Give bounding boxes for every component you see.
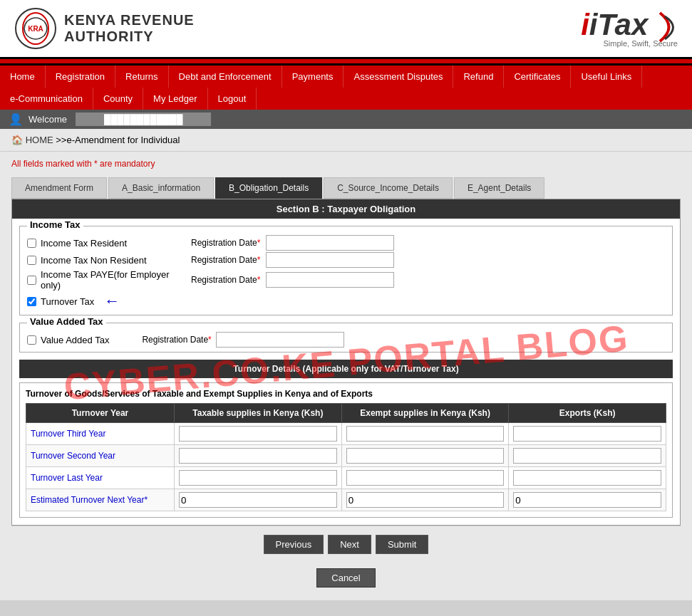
exports-last	[509, 467, 666, 489]
kra-logo-icon: KRA	[14, 7, 57, 50]
nav-payments[interactable]: Payments	[282, 66, 344, 88]
taxable-next	[174, 489, 341, 511]
reg-date-input-3[interactable]	[266, 272, 394, 288]
nav-logout[interactable]: Logout	[208, 88, 257, 110]
tab-agent-details[interactable]: E_Agent_Details	[454, 177, 544, 199]
taxable-last-input[interactable]	[179, 470, 337, 486]
exports-next	[509, 489, 666, 511]
nav-county[interactable]: County	[93, 88, 143, 110]
turnover-tax-checkbox[interactable]	[27, 297, 36, 306]
income-tax-paye-checkbox[interactable]	[27, 276, 36, 285]
exempt-last-input[interactable]	[346, 470, 504, 486]
nav-home[interactable]: Home	[0, 66, 46, 88]
breadcrumb: 🏠 HOME >>e-Amendment for Individual	[0, 129, 692, 152]
main-content: All fields marked with * are mandatory A…	[0, 152, 692, 600]
income-tax-nonresident-date: Registration Date*	[191, 252, 665, 268]
exempt-third	[341, 423, 508, 445]
exempt-third-input[interactable]	[346, 426, 504, 442]
year-second: Turnover Second Year	[26, 445, 175, 467]
nav-row-2: e-Communication County My Ledger Logout	[0, 88, 692, 110]
exempt-last	[341, 467, 508, 489]
welcome-bar: 👤 Welcome ████████████	[0, 110, 692, 129]
th-exports: Exports (Ksh)	[509, 404, 666, 423]
exports-third	[509, 423, 666, 445]
taxable-second-input[interactable]	[179, 448, 337, 464]
next-button[interactable]: Next	[328, 535, 371, 554]
tab-basic-info[interactable]: A_Basic_information	[108, 177, 214, 199]
tab-source-income[interactable]: C_Source_Income_Details	[324, 177, 453, 199]
reg-date-input-1[interactable]	[266, 235, 394, 251]
exports-second-input[interactable]	[513, 448, 661, 464]
itax-i: i	[581, 8, 589, 41]
income-tax-resident-checkbox[interactable]	[27, 239, 36, 248]
turnover-tax-date-empty	[191, 292, 665, 310]
taxable-third-input[interactable]	[179, 426, 337, 442]
turnover-supplies-title: Turnover of Goods/Services of Taxable an…	[26, 389, 666, 399]
nav-refund[interactable]: Refund	[453, 66, 504, 88]
th-taxable-supplies: Taxable supplies in Kenya (Ksh)	[174, 404, 341, 423]
cancel-button[interactable]: Cancel	[316, 568, 375, 588]
logo-left: KRA Kenya Revenue Authority	[14, 7, 195, 50]
year-next: Estimated Turnover Next Year*	[26, 489, 175, 511]
exports-second	[509, 445, 666, 467]
turnover-tax-label: Turnover Tax	[41, 296, 94, 307]
nav-row-1: Home Registration Returns Debt and Enfor…	[0, 66, 692, 88]
nav-certificates[interactable]: Certificates	[504, 66, 571, 88]
vat-checkbox[interactable]	[27, 335, 36, 345]
income-tax-paye-label: Income Tax PAYE(for Employer only)	[41, 269, 191, 291]
income-tax-group: Income Tax Income Tax Resident Registrat…	[19, 226, 673, 315]
svg-text:KRA: KRA	[28, 25, 43, 33]
nav-debt-enforcement[interactable]: Debt and Enforcement	[169, 66, 282, 88]
itax-logo-area: iiTax Simple, Swift, Secure	[581, 9, 678, 48]
income-tax-nonresident-checkbox[interactable]	[27, 256, 36, 265]
nav-bar: Home Registration Returns Debt and Enfor…	[0, 66, 692, 110]
nav-ecommunication[interactable]: e-Communication	[0, 88, 93, 110]
welcome-label: Welcome	[29, 114, 67, 125]
button-row: Previous Next Submit	[11, 526, 681, 563]
section-header: Section B : Taxpayer Obligation	[12, 199, 680, 219]
table-row: Turnover Second Year	[26, 445, 666, 467]
nav-returns[interactable]: Returns	[115, 66, 169, 88]
turnover-supplies-group: Turnover of Goods/Services of Taxable an…	[19, 382, 673, 518]
exempt-next-input[interactable]	[346, 492, 504, 508]
nav-my-ledger[interactable]: My Ledger	[143, 88, 207, 110]
table-row: Turnover Last Year	[26, 467, 666, 489]
home-icon: 🏠	[11, 135, 23, 145]
year-third: Turnover Third Year	[26, 423, 175, 445]
form-section: CYBER.CO.KE PORTAL BLOG Section B : Taxp…	[11, 199, 681, 526]
exempt-next	[341, 489, 508, 511]
username-display: ████████████	[76, 113, 212, 126]
year-last: Turnover Last Year	[26, 467, 175, 489]
org-name: Kenya Revenue Authority	[64, 12, 195, 45]
submit-button[interactable]: Submit	[376, 535, 428, 554]
tab-amendment-form[interactable]: Amendment Form	[11, 177, 107, 199]
reg-date-input-2[interactable]	[266, 252, 394, 268]
itax-tax: iTax	[589, 8, 648, 41]
previous-button[interactable]: Previous	[264, 535, 324, 554]
nav-assessment-disputes[interactable]: Assessment Disputes	[344, 66, 453, 88]
arrow-icon: ←	[104, 292, 120, 310]
exports-last-input[interactable]	[513, 470, 661, 486]
th-turnover-year: Turnover Year	[26, 404, 175, 423]
income-tax-label: Income Tax	[27, 219, 83, 230]
income-tax-paye-row: Income Tax PAYE(for Employer only)	[27, 269, 191, 291]
exempt-second	[341, 445, 508, 467]
vat-reg-date-input[interactable]	[216, 332, 344, 348]
exports-third-input[interactable]	[513, 426, 661, 442]
tab-obligation-details[interactable]: B_Obligation_Details	[215, 177, 322, 199]
table-row: Estimated Turnover Next Year*	[26, 489, 666, 511]
taxable-next-input[interactable]	[179, 492, 337, 508]
breadcrumb-home[interactable]: HOME	[26, 135, 53, 145]
nav-useful-links[interactable]: Useful Links	[571, 66, 642, 88]
table-row: Turnover Third Year	[26, 423, 666, 445]
income-tax-nonresident-label: Income Tax Non Resident	[41, 255, 147, 266]
income-tax-resident-date: Registration Date*	[191, 235, 665, 251]
reg-date-label-2: Registration Date*	[191, 255, 260, 265]
exports-next-input[interactable]	[513, 492, 661, 508]
mandatory-note: All fields marked with * are mandatory	[11, 159, 681, 169]
exempt-second-input[interactable]	[346, 448, 504, 464]
tabs: Amendment Form A_Basic_information B_Obl…	[11, 177, 681, 199]
turnover-tax-row: Turnover Tax ←	[27, 292, 191, 310]
vat-row: Value Added Tax Registration Date*	[27, 332, 665, 348]
nav-registration[interactable]: Registration	[46, 66, 115, 88]
